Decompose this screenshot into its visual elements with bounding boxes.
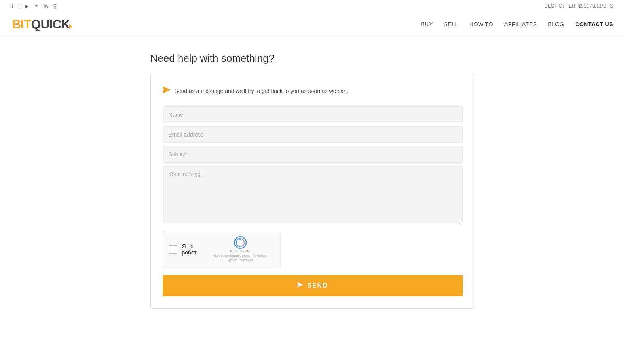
main-content: Need help with something? Send us a mess… [142, 52, 483, 309]
page-title: Need help with something? [150, 52, 475, 64]
name-field-group [163, 106, 463, 123]
send-info-text: Send us a message and we'll try to get b… [175, 88, 348, 94]
send-message-info: Send us a message and we'll try to get b… [163, 86, 463, 95]
nav-buy[interactable]: BUY [421, 21, 433, 27]
subject-field-group [163, 146, 463, 163]
email-input[interactable] [163, 126, 463, 143]
email-field-group [163, 126, 463, 143]
twitter-icon[interactable]: t [18, 3, 20, 9]
logo-bit: BIT [12, 17, 31, 31]
linkedin-icon[interactable]: in [44, 3, 48, 9]
best-offer-text: BEST OFFER: $91178.11/BTC [545, 3, 613, 9]
recaptcha-label: Я не робот [182, 243, 205, 256]
facebook-icon[interactable]: f [12, 3, 13, 9]
recaptcha-brand-text: reCAPTCHA [230, 249, 251, 253]
send-button[interactable]: SEND [163, 275, 463, 296]
recaptcha-left: Я не робот [169, 243, 205, 256]
recaptcha-wrapper: Я не робот reCAPTCHA Конфиденциальность … [163, 231, 463, 267]
logo-arrow-icon [69, 24, 72, 29]
logo-quick: QUICK [31, 17, 70, 31]
nav-blog[interactable]: BLOG [548, 21, 564, 27]
nav-contact-us[interactable]: CONTACT US [575, 21, 613, 27]
header: BITQUICK BUY SELL HOW TO AFFILIATES BLOG… [0, 12, 625, 36]
send-button-label: SEND [307, 282, 328, 289]
nav-howto[interactable]: HOW TO [469, 21, 493, 27]
subject-input[interactable] [163, 146, 463, 163]
recaptcha-box: Я не робот reCAPTCHA Конфиденциальность … [163, 231, 281, 267]
message-field-group [163, 166, 463, 225]
send-button-icon [297, 282, 303, 289]
social-icons: f t ▶ ✦ in ◎ [12, 2, 57, 9]
logo[interactable]: BITQUICK [12, 18, 72, 30]
instagram-icon[interactable]: ◎ [53, 3, 57, 9]
reddit-icon[interactable]: ✦ [34, 2, 39, 9]
recaptcha-right: reCAPTCHA Конфиденциальность · Условия и… [205, 236, 275, 262]
nav-affiliates[interactable]: AFFILIATES [504, 21, 537, 27]
main-nav: BUY SELL HOW TO AFFILIATES BLOG CONTACT … [421, 21, 613, 27]
recaptcha-footer-text: Конфиденциальность · Условия использован… [205, 254, 275, 262]
contact-card: Send us a message and we'll try to get b… [150, 74, 475, 309]
recaptcha-checkbox[interactable] [169, 245, 177, 254]
recaptcha-logo-icon [234, 236, 247, 249]
send-plane-icon [163, 86, 171, 95]
nav-sell[interactable]: SELL [444, 21, 458, 27]
top-bar: f t ▶ ✦ in ◎ BEST OFFER: $91178.11/BTC [0, 0, 625, 12]
message-textarea[interactable] [163, 166, 463, 223]
name-input[interactable] [163, 106, 463, 123]
youtube-icon[interactable]: ▶ [25, 3, 29, 9]
